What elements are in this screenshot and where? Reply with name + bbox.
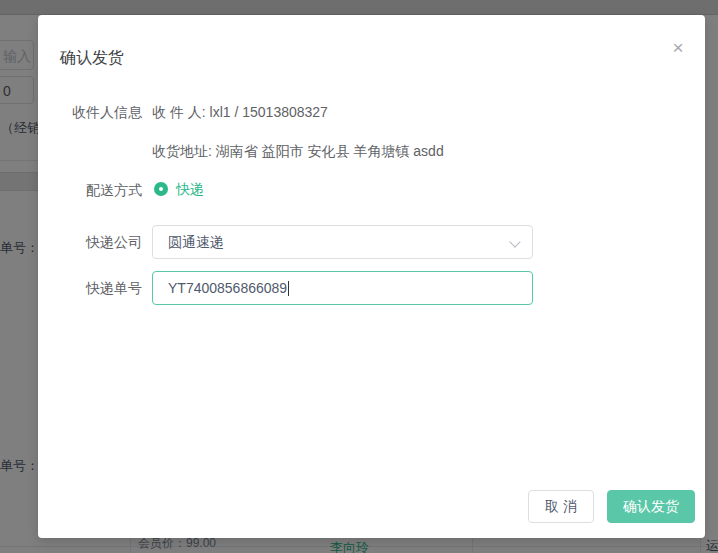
cancel-button[interactable]: 取 消 xyxy=(528,490,594,523)
recipient-info-label: 收件人信息 xyxy=(38,104,142,122)
radio-selected-icon[interactable] xyxy=(154,182,168,196)
courier-selected-value: 圆通速递 xyxy=(168,234,224,252)
dialog-title: 确认发货 xyxy=(60,48,124,69)
confirm-shipment-button[interactable]: 确认发货 xyxy=(607,490,695,523)
recipient-address-value: 收货地址: 湖南省 益阳市 安化县 羊角塘镇 asdd xyxy=(152,143,444,161)
tracking-number-label: 快递单号 xyxy=(38,280,142,298)
text-caret xyxy=(288,281,289,296)
confirm-shipment-dialog: 确认发货 × 收件人信息 收 件 人: lxl1 / 15013808327 收… xyxy=(38,15,705,538)
delivery-option-express[interactable]: 快递 xyxy=(176,181,204,199)
tracking-number-value: YT7400856866089 xyxy=(168,280,287,296)
tracking-number-input[interactable]: YT7400856866089 xyxy=(152,271,533,305)
chevron-down-icon xyxy=(509,236,520,247)
courier-company-label: 快递公司 xyxy=(38,234,142,252)
delivery-method-label: 配送方式 xyxy=(38,182,142,200)
recipient-person-value: 收 件 人: lxl1 / 15013808327 xyxy=(152,104,328,122)
courier-company-select[interactable]: 圆通速递 xyxy=(152,225,533,259)
close-icon[interactable]: × xyxy=(667,37,689,59)
